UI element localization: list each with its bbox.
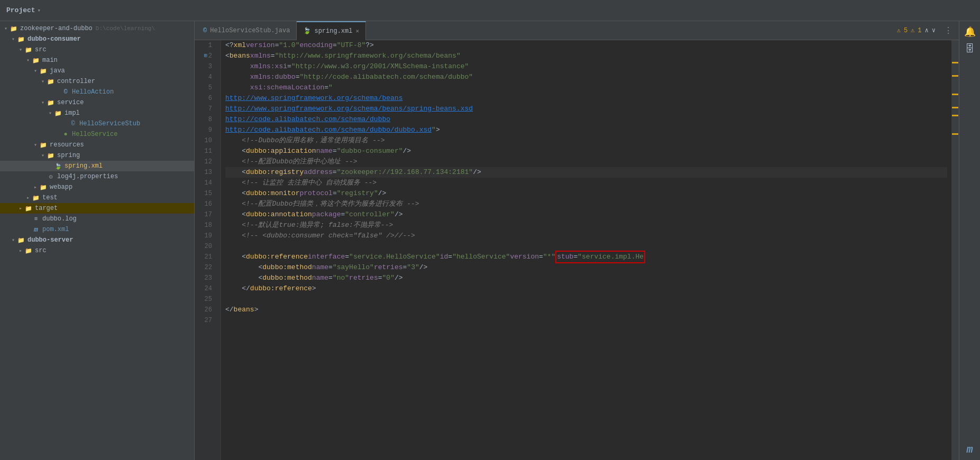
test1-label: test: [42, 194, 58, 201]
gutter-line-24: 24: [195, 283, 216, 294]
gutter-line-4: 4: [195, 72, 216, 82]
arrow-controller1: [39, 78, 47, 85]
sidebar-item-target1[interactable]: 📁 target: [0, 203, 194, 214]
sidebar-item-root[interactable]: 📁 zookeeper-and-dubbo D:\code\learning\: [0, 23, 194, 34]
code-line-26: </beans>: [225, 305, 947, 315]
code-text: [225, 178, 242, 188]
code-text: "service.impl.He: [578, 253, 644, 261]
code-text: "*": [543, 252, 555, 262]
warning-marker-6: [952, 133, 958, 135]
gutter-line-12: 12: [195, 157, 216, 167]
code-text: encoding: [299, 40, 332, 51]
sidebar-item-HelloService[interactable]: ● HelloService: [0, 129, 194, 140]
tab-springxml[interactable]: 🍃 spring.xml ✕: [297, 21, 366, 40]
gutter-line-8: 8: [195, 114, 216, 125]
collapse-icon[interactable]: ∨: [932, 26, 936, 34]
code-text: package: [312, 209, 341, 220]
sidebar-item-impl1[interactable]: 📁 impl: [0, 108, 194, 118]
arrow-dubbo-server: [10, 237, 17, 243]
expand-icon[interactable]: ∧: [925, 26, 929, 34]
code-text: beans: [230, 51, 250, 61]
tab-bar: © HelloServiceStub.java 🍃 spring.xml ✕ ⚠…: [195, 21, 959, 40]
scrollbar-area[interactable]: [951, 40, 959, 460]
folder-icon-spring1: 📁: [47, 151, 55, 160]
sidebar-item-HelloAction[interactable]: © HelloAction: [0, 87, 194, 97]
code-text: <: [242, 167, 246, 178]
sidebar-item-dubbo-server[interactable]: 📁 dubbo-server: [0, 235, 194, 245]
code-text: >: [436, 125, 440, 135]
folder-icon-test1: 📁: [32, 194, 40, 202]
sidebar-item-webapp1[interactable]: 📁 webapp: [0, 182, 194, 192]
target1-label: target: [35, 205, 58, 212]
m-icon[interactable]: m: [964, 443, 976, 456]
code-text: [225, 135, 242, 146]
code-text: name: [316, 146, 333, 157]
gutter-line-6: 6: [195, 93, 216, 104]
log-icon-dubbolog: ≡: [32, 215, 40, 223]
code-text: =: [539, 252, 543, 262]
code-editor[interactable]: 1 ⊞2 3 4 5 6 7 8 9 10 11 12 13 14 15 16 …: [195, 40, 959, 460]
code-text: "1.0": [279, 40, 299, 51]
sidebar[interactable]: 📁 zookeeper-and-dubbo D:\code\learning\ …: [0, 21, 195, 460]
gutter-line-18: 18: [195, 220, 216, 231]
code-text: ": [432, 125, 436, 135]
code-text: "http://www.springframework.org/schema/b…: [275, 51, 461, 61]
sidebar-item-HelloServiceStub[interactable]: © HelloServiceStub: [0, 118, 194, 129]
gutter-line-5: 5: [195, 82, 216, 93]
sidebar-item-dubbolog[interactable]: ≡ dubbo.log: [0, 214, 194, 224]
impl1-label: impl: [65, 109, 80, 117]
sidebar-item-spring1[interactable]: 📁 spring: [0, 150, 194, 161]
gutter-line-26: 26: [195, 305, 216, 315]
sidebar-item-main1[interactable]: 📁 main: [0, 55, 194, 66]
main-layout: 📁 zookeeper-and-dubbo D:\code\learning\ …: [0, 21, 980, 460]
gutter-line-22: 22: [195, 262, 216, 273]
gutter-line-14: 14: [195, 178, 216, 188]
code-text: address: [304, 167, 333, 178]
code-text: beans: [234, 305, 254, 315]
code-text: />: [403, 146, 411, 157]
code-line-7: http://www.springframework.org/schema/be…: [225, 104, 947, 114]
code-text: [225, 315, 230, 326]
code-text: [225, 82, 250, 93]
sidebar-item-springxml[interactable]: 🍃 spring.xml: [0, 161, 194, 171]
code-text: interface: [308, 252, 345, 262]
warning-marker-4: [952, 107, 958, 108]
sidebar-item-log4j[interactable]: ⚙ log4j.properties: [0, 171, 194, 182]
warning-count: 5: [904, 27, 908, 34]
code-line-1: <?xml version="1.0" encoding="UTF-8"?>: [225, 40, 947, 51]
gutter-line-19: 19: [195, 231, 216, 241]
sidebar-item-java1[interactable]: 📁 java: [0, 66, 194, 76]
tab-HelloServiceStub[interactable]: © HelloServiceStub.java: [197, 21, 297, 40]
code-text: "http://code.alibabatech.com/schema/dubb…: [299, 72, 473, 82]
code-text: [225, 273, 258, 283]
gutter-line-20: 20: [195, 241, 216, 252]
sidebar-item-test1[interactable]: 📁 test: [0, 192, 194, 203]
sidebar-item-src1[interactable]: 📁 src: [0, 44, 194, 55]
gutter-line-21: 21: [195, 252, 216, 262]
err-icon: ⚠: [911, 26, 914, 34]
bell-icon[interactable]: 🔔: [964, 25, 976, 38]
sidebar-item-src2[interactable]: 📁 src: [0, 245, 194, 256]
gutter-line-27: 27: [195, 315, 216, 326]
code-text: "3": [407, 262, 419, 273]
project-title[interactable]: Project ▾: [6, 6, 41, 14]
sidebar-item-controller1[interactable]: 📁 controller: [0, 76, 194, 87]
code-text: "0": [382, 273, 395, 283]
code-text: <: [242, 209, 246, 220]
sidebar-item-resources1[interactable]: 📁 resources: [0, 140, 194, 150]
sidebar-item-pomxml[interactable]: m pom.xml: [0, 224, 194, 235]
more-options-icon[interactable]: ⋮: [944, 25, 952, 36]
code-text: />: [395, 209, 403, 220]
gutter-line-16: 16: [195, 199, 216, 209]
code-text: "dubbo-consumer": [337, 146, 403, 157]
code-text: [225, 220, 242, 231]
code-content[interactable]: <?xml version="1.0" encoding="UTF-8"?> <…: [221, 40, 951, 460]
database-icon[interactable]: 🗄: [964, 42, 976, 55]
dubbo-server-label: dubbo-server: [28, 236, 73, 244]
sidebar-item-service1[interactable]: 📁 service: [0, 97, 194, 108]
code-text: "no": [333, 273, 349, 283]
sidebar-item-dubbo-consumer[interactable]: 📁 dubbo-consumer: [0, 34, 194, 44]
code-line-4: xmlns:dubbo="http://code.alibabatech.com…: [225, 72, 947, 82]
tab-close-springxml[interactable]: ✕: [355, 27, 359, 34]
controller1-label: controller: [57, 78, 95, 85]
